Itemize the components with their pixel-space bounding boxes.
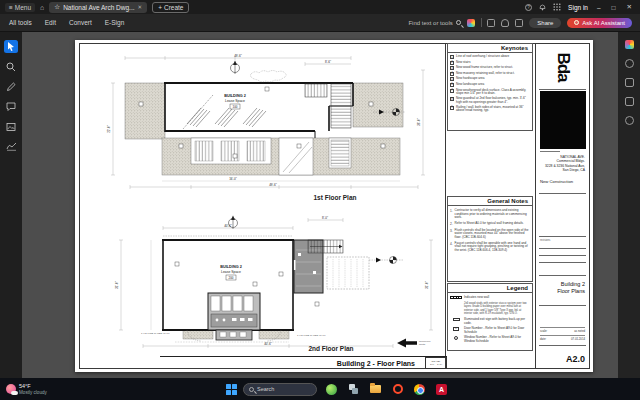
chrome-icon[interactable] — [413, 383, 426, 396]
hardscape-right — [353, 83, 403, 127]
edit-menu[interactable]: Edit — [45, 19, 56, 26]
task-view-icon[interactable] — [347, 383, 360, 396]
apps-grid-icon[interactable] — [553, 3, 561, 11]
close-button[interactable]: ✕ — [625, 3, 634, 11]
wall-note: 1-HR FIRE RATED WALL — [141, 332, 170, 335]
weather-widget[interactable]: 54°F Mostly cloudy — [0, 383, 225, 395]
revisions-label: revisions — [540, 239, 550, 242]
svg-text:North: North — [419, 343, 426, 346]
pages-panel-icon[interactable] — [625, 78, 634, 87]
sheet-footer-strip: Building 2 - Floor Plans SCALE: 1/4" = 1… — [160, 356, 447, 369]
file-explorer-icon[interactable] — [369, 383, 382, 396]
start-button[interactable] — [225, 383, 237, 395]
note-number: 1. — [450, 209, 453, 213]
note-text: Flush controls shall be located on the o… — [455, 229, 530, 240]
cursor-icon — [7, 42, 15, 51]
keynote-text: New guardrail at 2nd floor balconies, ty… — [456, 97, 530, 104]
tab-close-icon[interactable]: ✕ — [138, 4, 143, 10]
ai-assistant-panel-icon[interactable] — [625, 40, 634, 49]
acrobat-icon[interactable]: A — [435, 383, 448, 396]
legend-text: Indicates new wall — [464, 296, 489, 300]
taskbar-apps: A — [325, 383, 448, 396]
find-tools-button[interactable]: Find text or tools — [408, 20, 460, 26]
menu-button[interactable]: ≡ Menu — [5, 3, 35, 12]
legend-item-door: 1Door Number - Refer to Sheet A9.0 for D… — [450, 327, 530, 334]
taskbar-search[interactable]: Search — [243, 383, 317, 396]
hamburger-icon: ≡ — [9, 4, 13, 11]
title-block: Bda NATIONAL AVE. Commercial Bldgs. 3228… — [535, 43, 589, 369]
first-floor-plan-drawing: BUILDING 2 Lease Space 100 — [83, 44, 445, 204]
sheet-strip-title: Building 2 - Floor Plans — [160, 360, 425, 367]
keynote-text: New weatherproof deck surface. Class A a… — [456, 89, 530, 96]
dim-label: 31'-0" — [425, 281, 429, 289]
sparkle-icon — [574, 20, 579, 25]
keynote-item: 4New masonry retaining wall, refer to st… — [450, 72, 530, 76]
document-canvas[interactable]: BUILDING 2 Lease Space 100 — [22, 32, 618, 378]
stamp-tool-button[interactable] — [4, 120, 18, 133]
annotate-tool-button[interactable] — [4, 80, 18, 93]
cloud-save-icon[interactable] — [501, 19, 509, 27]
print-icon[interactable] — [515, 19, 523, 27]
windows-taskbar: 54°F Mostly cloudy Search A SAN DIEGO 9:… — [0, 378, 640, 400]
screen: ≡ Menu ⌂ ☆ National Ave Arch Dwg... ✕ + … — [0, 0, 640, 400]
general-note-item: 4.Faucet controls shall be operable with… — [450, 242, 530, 253]
left-tool-rail — [0, 32, 22, 378]
share-button[interactable]: Share — [529, 18, 561, 28]
comment-tool-button[interactable] — [4, 100, 18, 113]
toolbar-menus: All tools Edit Convert E-Sign — [0, 19, 408, 26]
keynote-number: 4 — [450, 72, 454, 76]
keynote-item: 1Line of roof overhang / structure above — [450, 55, 530, 59]
sheet-number: A2.0 — [566, 354, 585, 364]
door-tag-swatch: 1 — [450, 327, 462, 331]
signature-tool-button[interactable] — [4, 140, 18, 153]
comments-panel-icon[interactable] — [625, 59, 634, 68]
app-icon-widgets[interactable] — [325, 383, 338, 396]
attachments-panel-icon[interactable] — [625, 97, 634, 106]
legend-wall-detail: 2x6 wood studs with exterior stucco syst… — [464, 302, 528, 315]
home-icon[interactable]: ⌂ — [40, 4, 44, 11]
keynote-item: 2New stairs — [450, 61, 530, 65]
zoom-tool-button[interactable] — [4, 60, 18, 73]
select-tool-button[interactable] — [4, 40, 18, 53]
keynote-item: 3New wood frame structure, refer to stru… — [450, 66, 530, 70]
general-note-item: 1.Contractor to verify all dimensions an… — [450, 209, 530, 220]
firm-logo-block — [540, 91, 586, 149]
browser-icon[interactable] — [391, 383, 404, 396]
legend-item-window: AWindow Number - Refer to Sheet A9.0 for… — [450, 336, 530, 343]
keynote-item: 7New weatherproof deck surface. Class A … — [450, 89, 530, 96]
convert-menu[interactable]: Convert — [69, 19, 92, 26]
building-label: BUILDING 2 — [224, 94, 246, 98]
ask-ai-assistant-button[interactable]: Ask AI Assistant — [567, 18, 632, 28]
space-label: Lease Space — [225, 99, 245, 103]
minimize-button[interactable]: – — [595, 4, 603, 11]
keynote-text: New masonry retaining wall, refer to str… — [456, 72, 515, 76]
dim-label: 8'-0" — [322, 216, 328, 220]
speech-bubble-icon — [6, 102, 16, 112]
keynote-item: 6New landscape area — [450, 83, 530, 87]
ai-assistant-logo-icon[interactable] — [467, 19, 475, 27]
hardscape-left — [125, 83, 165, 139]
star-icon[interactable]: ☆ — [54, 3, 60, 11]
sheet-page: BUILDING 2 Lease Space 100 — [75, 40, 593, 372]
esign-menu[interactable]: E-Sign — [105, 19, 125, 26]
stair-flight — [331, 84, 351, 128]
search-icon — [249, 387, 254, 392]
keynotes-panel: Keynotes 1Line of roof overhang / struct… — [447, 43, 533, 131]
dimension-lines — [119, 218, 433, 348]
all-tools-menu[interactable]: All tools — [9, 19, 32, 26]
notifications-bell-icon[interactable] — [539, 3, 546, 11]
restroom-core — [208, 293, 260, 340]
more-panels-icon[interactable] — [625, 116, 634, 125]
help-icon[interactable]: ? — [525, 4, 532, 11]
document-tab[interactable]: ☆ National Ave Arch Dwg... ✕ — [49, 2, 147, 13]
legend-text: Window Number - Refer to Sheet A9.0 for … — [464, 336, 530, 343]
panels-icon[interactable] — [487, 19, 495, 27]
keynote-text: New landscape area — [456, 83, 484, 87]
sign-in-button[interactable]: Sign in — [568, 4, 588, 11]
note-number: 3. — [450, 229, 453, 233]
create-button[interactable]: + Create — [152, 2, 189, 13]
maximize-button[interactable]: □ — [610, 4, 618, 11]
keynote-item: 5New hardscape area — [450, 77, 530, 81]
exit-sign-swatch — [450, 318, 462, 322]
ask-ai-label: Ask AI Assistant — [582, 20, 625, 26]
